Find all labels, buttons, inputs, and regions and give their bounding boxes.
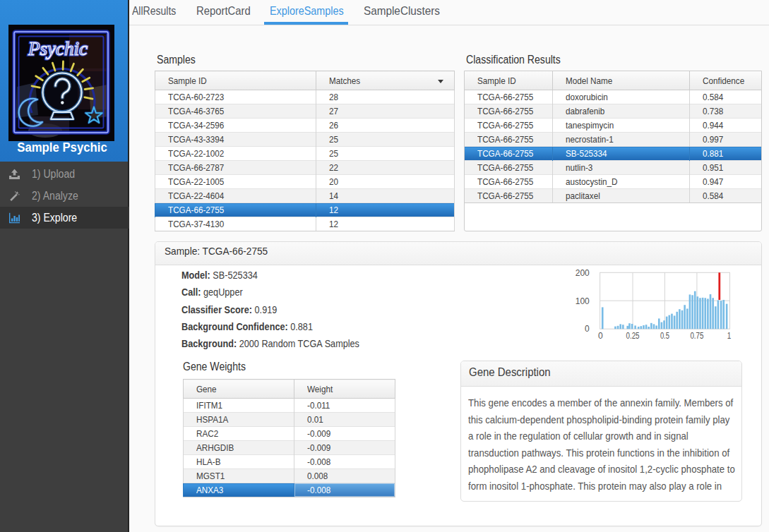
svg-text:0: 0 — [598, 331, 603, 341]
svg-text:0.5: 0.5 — [660, 331, 669, 341]
svg-text:Psychic: Psychic — [28, 38, 88, 59]
svg-text:200: 200 — [576, 268, 590, 278]
svg-text:100: 100 — [576, 296, 590, 306]
svg-text:0.75: 0.75 — [690, 331, 703, 341]
svg-text:1: 1 — [727, 331, 732, 341]
svg-text:0: 0 — [585, 324, 590, 334]
svg-text:0.25: 0.25 — [626, 331, 640, 341]
